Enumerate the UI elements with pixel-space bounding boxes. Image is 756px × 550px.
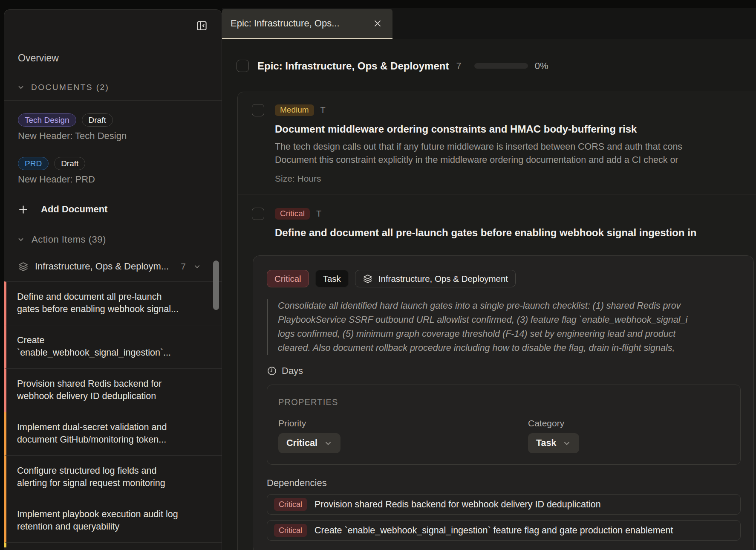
dependency-priority-badge: Critical [274,498,307,511]
action-item-text: `enable_webhook_signal_ingestion`... [17,347,211,359]
action-item[interactable]: Configure structured log fields and aler… [4,455,222,499]
chevron-down-icon [563,439,571,448]
dependency-text: Create `enable_webhook_signal_ingestion`… [315,525,673,536]
panel-collapse-icon[interactable] [195,19,208,32]
documents-section-header[interactable]: DOCUMENTS (2) [4,74,222,101]
epic-title: Epic: Infrastructure, Ops & Deployment [257,60,449,72]
tab-title: Epic: Infrastructure, Ops... [231,18,364,29]
duration-row: Days [267,365,741,376]
doc-type-badge: Tech Design [18,113,76,127]
action-item-text: Provision shared Redis backend for [17,378,211,390]
task-list-container: Medium T Document middleware ordering co… [237,92,756,550]
chevron-down-icon [193,263,201,271]
add-document-label: Add Document [41,204,107,215]
dependencies-header: Dependencies [267,478,741,489]
category-dropdown[interactable]: Task [528,433,579,453]
action-item[interactable]: Create `enable_webhook_signal_ingestion`… [4,325,222,368]
action-item[interactable]: Provision shared Redis backend for webho… [4,368,222,412]
action-item[interactable] [4,542,222,547]
task-description-line: Document this constraint explicitly in t… [275,153,756,167]
clock-icon [267,366,277,376]
priority-field-label: Priority [278,418,528,428]
chevron-down-icon [324,439,332,448]
dependency-item[interactable]: Critical Create `enable_webhook_signal_i… [267,520,741,541]
action-items-section-header[interactable]: Action Items (39) [4,227,222,252]
task-title: Define and document all pre-launch gates… [275,227,756,239]
doc-status-badge: Draft [54,157,85,170]
epic-progress-percent: 0% [535,61,548,72]
main-content: Epic: Infrastructure, Ops & Deployment 7… [222,39,756,550]
epic-group-label: Infrastructure, Ops & Deploym... [35,261,174,272]
task-type-indicator: T [320,105,326,115]
epic-task-count: 7 [456,61,461,72]
properties-panel: PROPERTIES Priority Critical Category [267,385,741,465]
action-item-text: document GitHub/monitoring token... [17,434,211,446]
epic-checkbox[interactable] [237,60,249,72]
sidebar-item-overview[interactable]: Overview [4,42,222,74]
priority-dropdown[interactable]: Critical [278,433,340,453]
detail-badge-row: Critical Task Infrastructure, Ops & Depl… [267,270,741,287]
sidebar: Overview DOCUMENTS (2) Tech Design Draft… [4,9,222,550]
action-item[interactable]: Define and document all pre-launch gates… [4,281,222,325]
action-item-text: alerting for signal request monitoring [17,477,211,489]
task-detail-quote: Consolidate all identified hard launch g… [267,299,741,355]
task-type-indicator: T [316,209,321,219]
task-size-label: Size: Hours [275,174,756,194]
action-items-header-label: Action Items (39) [32,234,106,245]
tab-epic-infrastructure[interactable]: Epic: Infrastructure, Ops... [222,9,392,39]
dependency-priority-badge: Critical [274,524,307,537]
quote-line: PlaybookService SSRF outbound URL allowl… [278,313,741,327]
detail-priority-badge: Critical [267,270,309,287]
tab-bar: Epic: Infrastructure, Ops... [222,9,756,39]
epic-group-row[interactable]: Infrastructure, Ops & Deploym... 7 [4,252,222,281]
epic-header-row: Epic: Infrastructure, Ops & Deployment 7… [237,60,548,72]
action-item-text: webhook delivery ID deduplication [17,390,211,402]
layers-icon [18,261,29,272]
action-item-text: gates before enabling webhook signal... [17,303,211,316]
task-description: The tech design calls out that if any fu… [275,140,756,167]
category-dropdown-value: Task [536,438,556,449]
doc-title: New Header: PRD [18,174,208,185]
chevron-down-icon [17,84,25,91]
documents-header-label: DOCUMENTS (2) [31,83,109,92]
close-icon[interactable] [372,18,383,29]
detail-epic-badge[interactable]: Infrastructure, Ops & Deployment [355,270,516,287]
detail-epic-badge-label: Infrastructure, Ops & Deployment [378,274,508,284]
quote-line: cleared. Also document rollback procedur… [278,341,741,355]
detail-type-badge: Task [315,270,349,287]
duration-label: Days [282,365,303,376]
sidebar-header [4,10,222,42]
priority-badge-critical: Critical [275,208,310,220]
task-description-line: The tech design calls out that if any fu… [275,140,756,153]
add-document-button[interactable]: Add Document [18,204,208,215]
doc-status-badge: Draft [82,113,113,127]
chevron-down-icon [17,236,25,243]
action-item-text: Implement playbook execution audit log [17,508,211,521]
plus-icon [18,204,29,215]
document-item-tech-design[interactable]: Tech Design Draft New Header: Tech Desig… [18,113,208,142]
documents-list: Tech Design Draft New Header: Tech Desig… [4,101,222,215]
task-checkbox[interactable] [252,208,264,220]
document-item-prd[interactable]: PRD Draft New Header: PRD [18,157,208,185]
action-item[interactable]: Implement playbook execution audit log r… [4,499,222,542]
action-item[interactable]: Implement dual-secret validation and doc… [4,412,222,455]
doc-title: New Header: Tech Design [18,130,208,142]
quote-line: Consolidate all identified hard launch g… [278,299,741,313]
overview-label: Overview [18,52,59,64]
task-card-prelaunch-gates[interactable]: Critical T Define and document all pre-l… [238,194,756,239]
action-item-text: Implement dual-secret validation and [17,421,211,434]
properties-header: PROPERTIES [278,397,729,407]
task-card-middleware[interactable]: Medium T Document middleware ordering co… [238,92,756,194]
epic-group-count: 7 [181,261,186,272]
sidebar-scrollbar-thumb[interactable] [213,261,219,310]
task-title: Document middleware ordering constraints… [275,123,756,135]
task-checkbox[interactable] [252,104,264,116]
priority-badge-medium: Medium [275,104,314,116]
action-item-text: Create [17,334,211,347]
dependency-item[interactable]: Critical Provision shared Redis backend … [267,494,741,515]
action-item-text: retention and queryability [17,521,211,533]
category-field-label: Category [528,418,729,428]
action-item-text: Define and document all pre-launch [17,291,211,303]
doc-type-badge: PRD [18,157,49,170]
priority-dropdown-value: Critical [286,438,317,449]
